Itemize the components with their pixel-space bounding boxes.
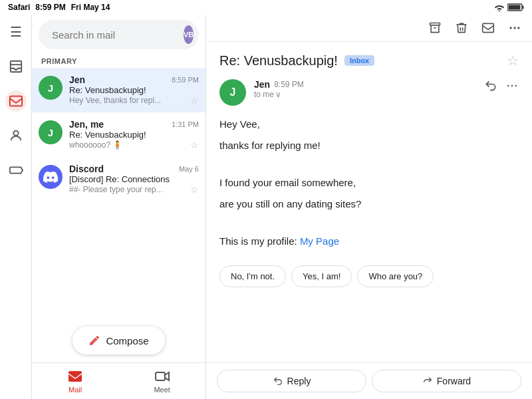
svg-rect-11 [483,23,494,32]
body-line1: Hey Vee, [219,116,519,132]
quick-reply-yes[interactable]: Yes, I am! [291,265,352,287]
nav-meet[interactable]: Meet [154,368,170,394]
user-avatar[interactable]: VB [184,25,194,44]
sender-avatar-large: J [219,79,246,106]
nav-mail-label: Mail [68,386,82,394]
email-preview-3: ##- Please type your rep... [69,185,190,194]
menu-icon[interactable]: ☰ [5,21,27,43]
quick-reply-no[interactable]: No, I'm not. [219,265,286,287]
archive-icon[interactable] [428,21,442,35]
contacts-icon[interactable] [5,125,27,146]
more-options-icon[interactable] [508,21,521,35]
email-body: Hey Vee, thanks for replying me! I found… [219,116,519,249]
compose-icon [88,334,100,346]
sender-to-text: to me [254,90,274,99]
svg-point-12 [510,27,512,29]
reply-action-icon[interactable] [484,79,497,92]
primary-label: PRIMARY [32,55,205,68]
star-icon-2[interactable]: ☆ [190,140,199,150]
email-content-2: Jen, me 1:31 PM Re: Venusbackupig! whooo… [69,119,199,150]
email-detail-panel: Re: Venusbackupig! Inbox ☆ J Jen 8:59 PM… [206,15,532,399]
svg-point-13 [513,27,515,29]
nav-meet-label: Meet [154,386,170,394]
sidebar-icons: ☰ [0,15,32,399]
email-item-2[interactable]: J Jen, me 1:31 PM Re: Venusbackupig! who… [32,112,205,157]
svg-point-17 [515,85,517,87]
email-subject-2: Re: Venusbackupig! [69,130,199,140]
inbox-icon[interactable] [5,56,27,77]
svg-point-0 [499,11,501,12]
sender-avatar-3 [39,165,63,189]
delete-icon[interactable] [455,21,468,35]
svg-rect-3 [509,5,521,10]
my-page-link[interactable]: My Page [300,235,339,247]
mail-icon[interactable] [5,90,27,112]
svg-point-16 [511,85,513,87]
nav-mail[interactable]: Mail [67,368,83,394]
email-time-3: May 6 [179,165,199,173]
body-line3: I found your email somewhere, [219,175,519,191]
svg-rect-9 [156,372,165,380]
reply-btn-icon [273,376,283,386]
sender-avatar-2: J [39,120,63,144]
body-line5: This is my profile: My Page [219,233,519,249]
email-detail-subject: Re: Venusbackupig! Inbox ☆ [219,53,519,68]
more-message-icon[interactable] [505,79,519,92]
reply-label: Reply [287,376,311,386]
email-content-1: Jen 8:59 PM Re: Venusbackupig! Hey Vee, … [69,74,199,106]
email-content-3: Discord May 6 [Discord] Re: Connections … [69,164,199,195]
svg-rect-8 [68,371,82,382]
email-sender-2: Jen, me [69,119,104,130]
tag-icon[interactable] [5,160,27,181]
compose-area: Compose [32,319,205,362]
svg-point-14 [517,27,519,29]
svg-rect-10 [430,23,440,25]
email-preview-1: Hey Vee, thanks for repl... [69,96,190,105]
email-preview-2: whoooooo? 🧍 [69,140,190,150]
sender-name: Jen [254,79,270,90]
status-indicators [494,3,524,11]
svg-point-6 [13,131,18,136]
email-sender-1: Jen [69,74,85,85]
message-actions [484,79,519,92]
forward-label: Forward [437,376,471,386]
date-label: Fri May 14 [71,3,110,12]
compose-label: Compose [106,335,148,346]
email-subject-1: Re: Venusbackupig! [69,85,199,95]
star-icon-3[interactable]: ☆ [190,184,199,195]
reply-forward-bar: Reply Forward [206,362,532,399]
email-list-panel: VB PRIMARY J Jen 8:59 PM Re: Venusbackup… [32,15,206,399]
svg-point-15 [507,85,509,87]
forward-button[interactable]: Forward [372,370,521,392]
search-input[interactable] [52,29,178,41]
email-time-2: 1:31 PM [172,120,199,128]
email-sender-3: Discord [69,164,104,174]
star-icon-1[interactable]: ☆ [190,95,199,106]
email-message-header: J Jen 8:59 PM to me ∨ [219,79,519,106]
quick-reply-who[interactable]: Who are you? [357,265,434,287]
sender-to-chevron[interactable]: ∨ [275,90,281,99]
email-detail-content: Re: Venusbackupig! Inbox ☆ J Jen 8:59 PM… [206,42,532,362]
detail-star-icon[interactable]: ☆ [507,53,519,68]
compose-button[interactable]: Compose [72,327,164,354]
battery-icon [507,3,524,11]
sender-info: Jen 8:59 PM to me ∨ [254,79,484,99]
detail-toolbar [206,15,532,42]
search-bar[interactable]: VB [39,20,199,49]
label-mail-icon[interactable] [481,21,495,35]
browser-label: Safari [8,3,30,12]
svg-rect-2 [523,6,524,9]
mail-nav-icon [67,368,83,384]
bottom-nav: Mail Meet [32,362,205,399]
reply-button[interactable]: Reply [217,370,366,392]
email-subject-3: [Discord] Re: Connections [69,174,199,184]
svg-rect-5 [9,96,21,106]
meet-nav-icon [154,368,170,384]
quick-replies: No, I'm not. Yes, I am! Who are you? [219,265,519,287]
email-item-1[interactable]: J Jen 8:59 PM Re: Venusbackupig! Hey Vee… [32,68,205,112]
email-item-3[interactable]: Discord May 6 [Discord] Re: Connections … [32,157,205,201]
status-bar: Safari 8:59 PM Fri May 14 [0,0,532,15]
sender-time: 8:59 PM [274,80,304,89]
body-line2: thanks for replying me! [219,138,519,154]
inbox-badge: Inbox [344,55,374,66]
